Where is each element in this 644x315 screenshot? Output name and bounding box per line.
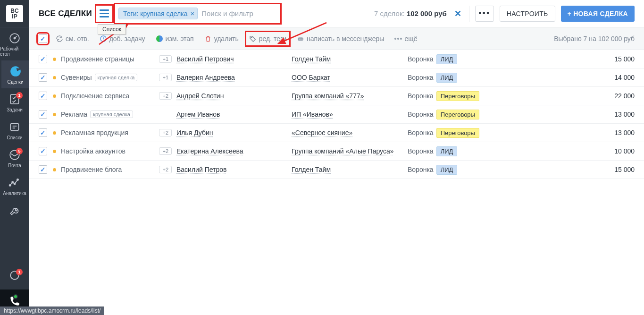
- new-deal-button[interactable]: + НОВАЯ СДЕЛКА: [561, 6, 635, 22]
- contact-link[interactable]: Валерия Андреева: [176, 74, 235, 81]
- deal-name[interactable]: Подключение сервиса: [61, 92, 129, 100]
- company-link[interactable]: Голден Тайм: [292, 55, 331, 63]
- contact-link[interactable]: Андрей Слотин: [176, 92, 224, 100]
- sidebar-item-settings[interactable]: [0, 200, 29, 225]
- sidebar-item-chat[interactable]: 1: [0, 264, 29, 289]
- sidebar-item-analytics[interactable]: Аналитика: [0, 172, 29, 200]
- chat-icon: 1: [8, 270, 21, 282]
- remove-filter-icon[interactable]: ×: [190, 9, 194, 17]
- deal-name[interactable]: Рекламная продукция: [61, 129, 128, 136]
- table-row[interactable]: Сувенирыкрупная сделка+1Валерия Андреева…: [29, 68, 644, 87]
- table-row[interactable]: Продвижение блога+2Василий ПетровГолден …: [29, 161, 644, 179]
- configure-button[interactable]: НАСТРОИТЬ: [500, 6, 555, 22]
- sidebar-item-tasks[interactable]: 1 Задачи: [0, 88, 29, 116]
- clear-filter-icon[interactable]: ✕: [452, 9, 463, 19]
- stage-badge[interactable]: ЛИД: [436, 165, 458, 175]
- company-link[interactable]: «Северное сияние»: [292, 129, 352, 136]
- tasks-badge: 1: [16, 92, 23, 99]
- company-link[interactable]: ИП «Иванов»: [292, 111, 333, 118]
- stage-badge[interactable]: ЛИД: [436, 73, 458, 83]
- select-all-checkbox[interactable]: [39, 34, 47, 43]
- selection-summary: Выбрано 7 на 102 000 руб: [554, 35, 635, 43]
- svg-point-5: [9, 185, 11, 186]
- deal-name[interactable]: Реклама: [61, 111, 87, 118]
- deal-price: 15 000: [614, 55, 635, 63]
- tag-count-pill[interactable]: +2: [159, 147, 172, 155]
- delete-button[interactable]: удалить: [202, 33, 241, 44]
- stage-badge[interactable]: Переговоры: [436, 91, 479, 101]
- row-checkbox[interactable]: [39, 73, 47, 82]
- tool-label: см. отв.: [66, 35, 89, 43]
- logo-bottom: IP: [12, 14, 17, 19]
- change-owner-button[interactable]: см. отв.: [54, 33, 91, 44]
- row-checkbox[interactable]: [39, 128, 47, 137]
- tag-count-pill[interactable]: +2: [159, 166, 172, 173]
- burger-button[interactable]: [98, 7, 111, 20]
- sidebar-item-dashboard[interactable]: Рабочий стол: [0, 27, 29, 60]
- filter-chip-tags[interactable]: Теги: крупная сделка ×: [118, 8, 198, 19]
- sidebar-item-mail[interactable]: 5 Почта: [0, 144, 29, 172]
- row-checkbox[interactable]: [39, 165, 47, 174]
- sidebar-item-deals[interactable]: Сделки: [0, 60, 29, 88]
- table-row[interactable]: Продвижение страницы+1Василий ПетровичГо…: [29, 50, 644, 68]
- company-link[interactable]: ООО Бархат: [292, 74, 330, 81]
- table-row[interactable]: Настройка аккаунтов+2Екатерина Алексеева…: [29, 142, 644, 161]
- table-row[interactable]: Подключение сервиса+2Андрей СлотинГруппа…: [29, 87, 644, 105]
- contact-link[interactable]: Екатерина Алексеева: [176, 147, 243, 155]
- stage-badge[interactable]: Переговоры: [436, 128, 479, 138]
- deal-name[interactable]: Сувениры: [61, 74, 92, 81]
- stage-badge[interactable]: Переговоры: [436, 110, 479, 119]
- deals-list: Продвижение страницы+1Василий ПетровичГо…: [29, 50, 644, 315]
- contact-link[interactable]: Артем Иванов: [176, 111, 220, 118]
- search-input[interactable]: [201, 9, 277, 17]
- svg-point-7: [14, 183, 15, 185]
- tag-count-pill[interactable]: +1: [159, 74, 172, 81]
- row-checkbox[interactable]: [39, 92, 47, 100]
- contact-link[interactable]: Илья Дубин: [176, 129, 213, 136]
- status-dot: [53, 58, 56, 61]
- deal-price: 15 000: [614, 166, 635, 173]
- table-row[interactable]: Рекламная продукция+2Илья Дубин«Северное…: [29, 124, 644, 142]
- summary-text: 7 сделок: 102 000 руб: [374, 9, 447, 17]
- deal-name[interactable]: Продвижение страницы: [61, 55, 134, 63]
- contact-link[interactable]: Василий Петрович: [176, 55, 234, 63]
- funnel-label: Воронка: [408, 166, 434, 173]
- status-dot: [53, 131, 56, 135]
- tag-count-pill[interactable]: +2: [159, 92, 172, 100]
- table-row[interactable]: Рекламакрупная сделкаАртем ИвановИП «Ива…: [29, 105, 644, 124]
- row-checkbox[interactable]: [39, 147, 47, 155]
- stage-badge[interactable]: ЛИД: [436, 54, 458, 64]
- tag-pill[interactable]: крупная сделка: [90, 111, 133, 118]
- filter-area: Теги: крупная сделка ×: [117, 6, 279, 22]
- company-link[interactable]: Группа компаний «Алые Паруса»: [292, 147, 394, 155]
- phone-status-dot: [13, 294, 18, 299]
- more-actions-button[interactable]: ••• ещё: [393, 33, 419, 44]
- more-menu-button[interactable]: •••: [475, 6, 494, 22]
- dots-icon: •••: [394, 35, 402, 43]
- logo-top: BC: [10, 8, 18, 14]
- tag-pill[interactable]: крупная сделка: [95, 74, 138, 81]
- contact-link[interactable]: Василий Петров: [176, 166, 226, 173]
- row-checkbox[interactable]: [39, 110, 47, 119]
- sidebar-item-label: Рабочий стол: [0, 46, 29, 57]
- logo[interactable]: BC IP: [0, 0, 29, 27]
- sidebar-item-lists[interactable]: Списки: [0, 116, 29, 144]
- deal-name[interactable]: Настройка аккаунтов: [61, 147, 125, 155]
- company-link[interactable]: Группа компаний «777»: [292, 92, 364, 100]
- change-stage-button[interactable]: изм. этап: [154, 33, 196, 44]
- analytics-icon: [8, 177, 21, 189]
- annotation-arrow-2: [275, 20, 331, 48]
- deals-icon: [9, 65, 22, 77]
- company-link[interactable]: Голден Тайм: [292, 166, 331, 173]
- stage-badge[interactable]: ЛИД: [436, 146, 458, 156]
- tag-count-pill[interactable]: +2: [159, 129, 172, 136]
- page-title: ВСЕ СДЕЛКИ: [39, 9, 92, 18]
- sidebar-item-label: Сделки: [7, 79, 23, 85]
- status-dot: [53, 76, 56, 79]
- tool-label: изм. этап: [166, 35, 194, 43]
- svg-point-8: [17, 179, 18, 180]
- deal-name[interactable]: Продвижение блога: [61, 166, 122, 173]
- row-checkbox[interactable]: [39, 55, 47, 63]
- checklist-icon: 1: [8, 93, 21, 105]
- tag-count-pill[interactable]: +1: [159, 55, 172, 63]
